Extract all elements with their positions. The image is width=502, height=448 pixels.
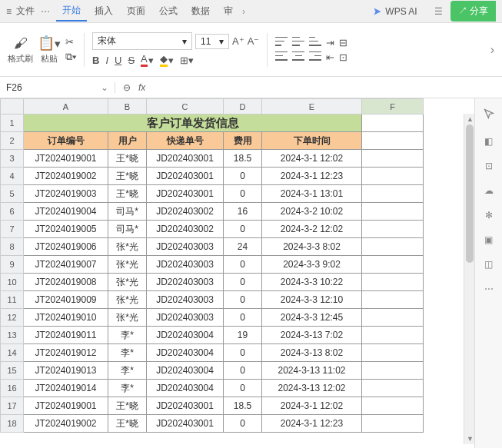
menu-icon[interactable]: ≡ (6, 6, 12, 17)
col-header-D[interactable]: D (224, 99, 262, 114)
panel-icon-3[interactable]: ☁ (484, 185, 494, 196)
row-header[interactable]: 1 (1, 114, 24, 132)
data-cell[interactable]: 2024-3-3 10:22 (262, 274, 362, 291)
data-cell[interactable]: 王*晓 (108, 397, 147, 415)
cell[interactable] (362, 274, 424, 291)
cell[interactable] (362, 203, 424, 221)
data-cell[interactable]: 0 (224, 415, 262, 433)
data-cell[interactable]: JT2024019001 (24, 150, 108, 168)
data-cell[interactable]: JT2024019002 (24, 168, 108, 185)
data-cell[interactable]: JD202403003 (147, 238, 224, 256)
data-cell[interactable]: JD202403004 (147, 362, 224, 380)
row-header[interactable]: 5 (1, 185, 24, 203)
cell[interactable] (362, 150, 424, 168)
cut-button[interactable]: ✂ (65, 36, 74, 48)
ribbon-more-icon[interactable]: › (490, 43, 494, 57)
vertical-scrollbar[interactable]: ▲ ▼ (464, 114, 474, 444)
data-cell[interactable]: 0 (224, 256, 262, 274)
panel-icon-2[interactable]: ⊡ (485, 161, 493, 171)
copy-button[interactable]: ⧉▾ (65, 51, 76, 63)
panel-icon-5[interactable]: ◫ (484, 259, 493, 270)
title-cell[interactable]: 客户订单发货信息 (24, 114, 362, 132)
fx-label[interactable]: fx (138, 82, 145, 93)
fill-color-button[interactable]: ◆▾ (160, 53, 174, 67)
data-cell[interactable]: 2024-3-3 8:02 (262, 238, 362, 256)
data-cell[interactable]: JT2024019009 (24, 291, 108, 309)
data-cell[interactable]: 0 (224, 168, 262, 185)
data-cell[interactable]: JD202403004 (147, 327, 224, 344)
data-cell[interactable]: 2024-3-2 10:02 (262, 203, 362, 221)
data-cell[interactable]: JT2024019005 (24, 221, 108, 238)
data-cell[interactable]: 王*晓 (108, 150, 147, 168)
data-cell[interactable]: JT2024019011 (24, 327, 108, 344)
data-cell[interactable]: 王*晓 (108, 168, 147, 185)
settings-icon[interactable]: ✻ (485, 210, 493, 221)
data-cell[interactable]: 0 (224, 309, 262, 327)
data-cell[interactable]: 李* (108, 327, 147, 344)
data-cell[interactable]: 2024-3-3 12:45 (262, 309, 362, 327)
data-cell[interactable]: 司马* (108, 203, 147, 221)
italic-button[interactable]: I (105, 55, 108, 66)
increase-font-button[interactable]: A⁺ (232, 35, 244, 47)
scrollbar-thumb[interactable] (466, 124, 474, 263)
border-button[interactable]: ⊞▾ (180, 55, 194, 66)
cell[interactable] (362, 415, 424, 433)
row-header[interactable]: 11 (1, 291, 24, 309)
col-header-A[interactable]: A (24, 99, 108, 114)
cell[interactable] (362, 309, 424, 327)
data-cell[interactable]: 张*光 (108, 309, 147, 327)
align-center-button[interactable] (292, 51, 304, 61)
data-cell[interactable]: JT2024019004 (24, 203, 108, 221)
tab-review[interactable]: 审 (218, 2, 239, 21)
row-header[interactable]: 9 (1, 256, 24, 274)
name-box[interactable]: F26 ⌄ (0, 82, 115, 93)
font-size-select[interactable]: 11▾ (195, 34, 229, 49)
data-cell[interactable]: 0 (224, 291, 262, 309)
data-cell[interactable]: JT2024019008 (24, 274, 108, 291)
data-cell[interactable]: JD202403004 (147, 344, 224, 362)
data-cell[interactable]: 16 (224, 203, 262, 221)
data-cell[interactable]: 司马* (108, 221, 147, 238)
strike-button[interactable]: S (128, 55, 135, 66)
panel-icon-4[interactable]: ▣ (484, 234, 493, 245)
row-header[interactable]: 10 (1, 274, 24, 291)
data-cell[interactable]: JT2024019010 (24, 309, 108, 327)
font-name-select[interactable]: 宋体▾ (92, 32, 192, 50)
col-header-B[interactable]: B (108, 99, 147, 114)
row-header[interactable]: 7 (1, 221, 24, 238)
header-cell[interactable]: 下单时间 (262, 132, 362, 150)
align-top-button[interactable] (275, 37, 288, 46)
row-header[interactable]: 16 (1, 380, 24, 397)
scroll-up-icon[interactable]: ▲ (467, 115, 474, 123)
indent-increase-button[interactable]: ⊡ (339, 51, 347, 63)
data-cell[interactable]: 2024-3-1 12:02 (262, 397, 362, 415)
data-cell[interactable]: 李* (108, 344, 147, 362)
col-header-F[interactable]: F (362, 99, 424, 114)
spreadsheet-grid[interactable]: ABCDEF1客户订单发货信息2订单编号用户快递单号费用下单时间3JT20240… (0, 98, 502, 448)
data-cell[interactable]: 2024-3-3 12:10 (262, 291, 362, 309)
data-cell[interactable]: JT2024019012 (24, 344, 108, 362)
cell[interactable] (362, 132, 424, 150)
cell[interactable] (362, 238, 424, 256)
collapse-ribbon-icon[interactable]: ☰ (434, 6, 443, 17)
data-cell[interactable]: 王*晓 (108, 185, 147, 203)
header-cell[interactable]: 费用 (224, 132, 262, 150)
data-cell[interactable]: JD202403003 (147, 291, 224, 309)
data-cell[interactable]: 2024-3-13 12:02 (262, 380, 362, 397)
data-cell[interactable]: 24 (224, 238, 262, 256)
data-cell[interactable]: JD202403002 (147, 221, 224, 238)
col-header-C[interactable]: C (147, 99, 224, 114)
row-header[interactable]: 13 (1, 327, 24, 344)
data-cell[interactable]: 2024-3-1 12:23 (262, 168, 362, 185)
data-cell[interactable]: 19 (224, 327, 262, 344)
col-header-E[interactable]: E (262, 99, 362, 114)
data-cell[interactable]: 0 (224, 380, 262, 397)
bold-button[interactable]: B (92, 55, 99, 66)
align-middle-button[interactable] (292, 37, 304, 46)
row-header[interactable]: 2 (1, 132, 24, 150)
data-cell[interactable]: 0 (224, 221, 262, 238)
data-cell[interactable]: JT2024019014 (24, 380, 108, 397)
data-cell[interactable]: JT2024019001 (24, 397, 108, 415)
cell[interactable] (362, 221, 424, 238)
data-cell[interactable]: 李* (108, 362, 147, 380)
